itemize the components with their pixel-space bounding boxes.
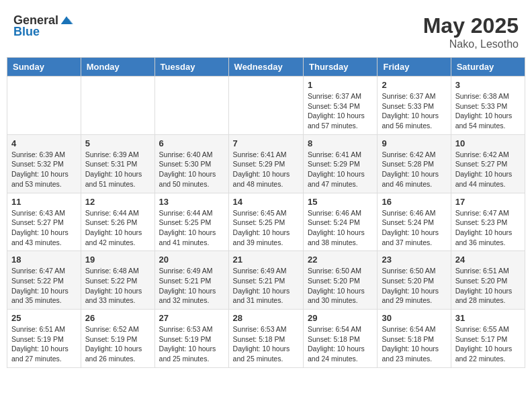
day-number: 13: [159, 197, 224, 207]
table-row: [7, 77, 81, 135]
day-number: 5: [85, 138, 150, 148]
calendar-week-row: 1Sunrise: 6:37 AMSunset: 5:34 PMDaylight…: [7, 77, 525, 135]
day-info: Sunrise: 6:47 AMSunset: 5:22 PMDaylight:…: [11, 266, 77, 306]
table-row: 17Sunrise: 6:47 AMSunset: 5:23 PMDayligh…: [451, 193, 525, 251]
day-number: 1: [308, 80, 373, 90]
day-info: Sunrise: 6:54 AMSunset: 5:18 PMDaylight:…: [308, 324, 373, 364]
day-number: 2: [382, 80, 446, 90]
table-row: 22Sunrise: 6:50 AMSunset: 5:20 PMDayligh…: [304, 251, 378, 310]
table-row: [228, 77, 303, 135]
table-row: 6Sunrise: 6:40 AMSunset: 5:30 PMDaylight…: [154, 134, 228, 193]
table-row: 19Sunrise: 6:48 AMSunset: 5:22 PMDayligh…: [81, 251, 154, 310]
table-row: 28Sunrise: 6:53 AMSunset: 5:18 PMDayligh…: [228, 310, 303, 368]
header-saturday: Saturday: [451, 58, 525, 77]
day-info: Sunrise: 6:51 AMSunset: 5:20 PMDaylight:…: [455, 266, 521, 306]
day-number: 16: [382, 197, 446, 207]
table-row: 31Sunrise: 6:55 AMSunset: 5:17 PMDayligh…: [451, 310, 525, 368]
table-row: [154, 77, 228, 135]
day-info: Sunrise: 6:50 AMSunset: 5:20 PMDaylight:…: [382, 266, 446, 306]
day-number: 14: [233, 197, 299, 207]
header-wednesday: Wednesday: [228, 58, 303, 77]
calendar-week-row: 4Sunrise: 6:39 AMSunset: 5:32 PMDaylight…: [7, 134, 525, 193]
day-info: Sunrise: 6:37 AMSunset: 5:33 PMDaylight:…: [382, 91, 446, 131]
table-row: 8Sunrise: 6:41 AMSunset: 5:29 PMDaylight…: [304, 134, 378, 193]
day-info: Sunrise: 6:45 AMSunset: 5:25 PMDaylight:…: [233, 208, 299, 248]
table-row: 7Sunrise: 6:41 AMSunset: 5:29 PMDaylight…: [228, 134, 303, 193]
table-row: 14Sunrise: 6:45 AMSunset: 5:25 PMDayligh…: [228, 193, 303, 251]
calendar-week-row: 25Sunrise: 6:51 AMSunset: 5:19 PMDayligh…: [7, 310, 525, 368]
table-row: 27Sunrise: 6:53 AMSunset: 5:19 PMDayligh…: [154, 310, 228, 368]
day-info: Sunrise: 6:52 AMSunset: 5:19 PMDaylight:…: [85, 324, 150, 364]
page-header: General Blue May 2025 Nako, Lesotho: [7, 7, 525, 54]
table-row: 5Sunrise: 6:39 AMSunset: 5:31 PMDaylight…: [81, 134, 154, 193]
day-info: Sunrise: 6:54 AMSunset: 5:18 PMDaylight:…: [382, 324, 446, 364]
table-row: 1Sunrise: 6:37 AMSunset: 5:34 PMDaylight…: [304, 77, 378, 135]
day-info: Sunrise: 6:49 AMSunset: 5:21 PMDaylight:…: [233, 266, 299, 306]
table-row: 21Sunrise: 6:49 AMSunset: 5:21 PMDayligh…: [228, 251, 303, 310]
header-tuesday: Tuesday: [154, 58, 228, 77]
day-number: 24: [455, 255, 521, 265]
day-info: Sunrise: 6:53 AMSunset: 5:19 PMDaylight:…: [159, 324, 224, 364]
day-number: 22: [308, 255, 373, 265]
day-info: Sunrise: 6:39 AMSunset: 5:31 PMDaylight:…: [85, 150, 150, 189]
day-number: 10: [455, 138, 521, 148]
table-row: 29Sunrise: 6:54 AMSunset: 5:18 PMDayligh…: [304, 310, 378, 368]
day-number: 9: [382, 138, 446, 148]
table-row: 23Sunrise: 6:50 AMSunset: 5:20 PMDayligh…: [378, 251, 451, 310]
logo-icon: [60, 14, 73, 28]
day-info: Sunrise: 6:41 AMSunset: 5:29 PMDaylight:…: [233, 150, 299, 189]
day-info: Sunrise: 6:39 AMSunset: 5:32 PMDaylight:…: [11, 150, 77, 189]
day-number: 23: [382, 255, 446, 265]
table-row: [81, 77, 154, 135]
day-info: Sunrise: 6:37 AMSunset: 5:34 PMDaylight:…: [308, 91, 373, 131]
table-row: 2Sunrise: 6:37 AMSunset: 5:33 PMDaylight…: [378, 77, 451, 135]
day-number: 17: [455, 197, 521, 207]
table-row: 20Sunrise: 6:49 AMSunset: 5:21 PMDayligh…: [154, 251, 228, 310]
day-number: 29: [308, 313, 373, 323]
day-number: 4: [11, 138, 77, 148]
day-number: 26: [85, 313, 150, 323]
day-info: Sunrise: 6:38 AMSunset: 5:33 PMDaylight:…: [455, 91, 521, 131]
header-friday: Friday: [378, 58, 451, 77]
table-row: 12Sunrise: 6:44 AMSunset: 5:26 PMDayligh…: [81, 193, 154, 251]
day-number: 20: [159, 255, 224, 265]
table-row: 26Sunrise: 6:52 AMSunset: 5:19 PMDayligh…: [81, 310, 154, 368]
day-number: 15: [308, 197, 373, 207]
header-sunday: Sunday: [7, 58, 81, 77]
day-info: Sunrise: 6:44 AMSunset: 5:26 PMDaylight:…: [85, 208, 150, 248]
table-row: 10Sunrise: 6:42 AMSunset: 5:27 PMDayligh…: [451, 134, 525, 193]
header-thursday: Thursday: [304, 58, 378, 77]
calendar-header-row: Sunday Monday Tuesday Wednesday Thursday…: [7, 58, 525, 77]
day-number: 6: [159, 138, 224, 148]
day-number: 31: [455, 313, 521, 323]
table-row: 24Sunrise: 6:51 AMSunset: 5:20 PMDayligh…: [451, 251, 525, 310]
table-row: 4Sunrise: 6:39 AMSunset: 5:32 PMDaylight…: [7, 134, 81, 193]
day-info: Sunrise: 6:42 AMSunset: 5:28 PMDaylight:…: [382, 150, 446, 189]
calendar-table: Sunday Monday Tuesday Wednesday Thursday…: [7, 57, 525, 368]
table-row: 25Sunrise: 6:51 AMSunset: 5:19 PMDayligh…: [7, 310, 81, 368]
day-info: Sunrise: 6:42 AMSunset: 5:27 PMDaylight:…: [455, 150, 521, 189]
day-info: Sunrise: 6:46 AMSunset: 5:24 PMDaylight:…: [308, 208, 373, 248]
day-number: 11: [11, 197, 77, 207]
day-info: Sunrise: 6:43 AMSunset: 5:27 PMDaylight:…: [11, 208, 77, 248]
calendar-week-row: 18Sunrise: 6:47 AMSunset: 5:22 PMDayligh…: [7, 251, 525, 310]
day-number: 3: [455, 80, 521, 90]
day-number: 21: [233, 255, 299, 265]
day-number: 18: [11, 255, 77, 265]
table-row: 18Sunrise: 6:47 AMSunset: 5:22 PMDayligh…: [7, 251, 81, 310]
day-number: 7: [233, 138, 299, 148]
day-info: Sunrise: 6:50 AMSunset: 5:20 PMDaylight:…: [308, 266, 373, 306]
title-section: May 2025 Nako, Lesotho: [423, 13, 519, 50]
table-row: 15Sunrise: 6:46 AMSunset: 5:24 PMDayligh…: [304, 193, 378, 251]
table-row: 13Sunrise: 6:44 AMSunset: 5:25 PMDayligh…: [154, 193, 228, 251]
day-number: 12: [85, 197, 150, 207]
header-monday: Monday: [81, 58, 154, 77]
day-info: Sunrise: 6:47 AMSunset: 5:23 PMDaylight:…: [455, 208, 521, 248]
day-info: Sunrise: 6:46 AMSunset: 5:24 PMDaylight:…: [382, 208, 446, 248]
day-info: Sunrise: 6:51 AMSunset: 5:19 PMDaylight:…: [11, 324, 77, 364]
day-info: Sunrise: 6:55 AMSunset: 5:17 PMDaylight:…: [455, 324, 521, 364]
day-number: 25: [11, 313, 77, 323]
table-row: 3Sunrise: 6:38 AMSunset: 5:33 PMDaylight…: [451, 77, 525, 135]
day-number: 19: [85, 255, 150, 265]
location-title: Nako, Lesotho: [423, 38, 519, 50]
